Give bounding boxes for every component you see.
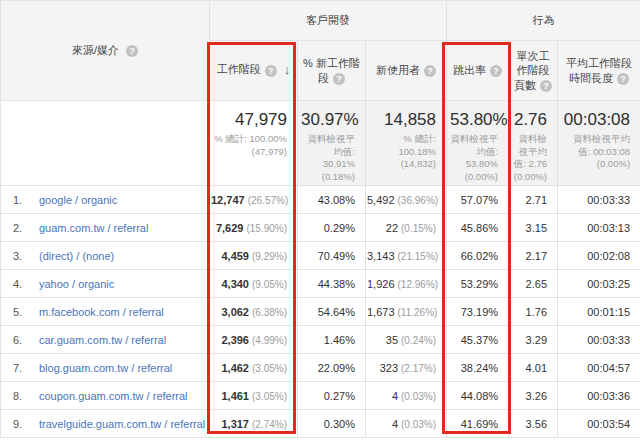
summary-sessions: 47,979 % 總計: 100.00% (47,979) [210, 101, 298, 186]
pages-per-session-cell: 2.65 [509, 270, 558, 298]
bounce-rate-cell: 44.08% [447, 382, 509, 410]
new-users-label: 新使用者 [376, 64, 420, 76]
source-medium-link[interactable]: google / organic [39, 194, 117, 206]
pages-per-session-cell: 3.29 [509, 326, 558, 354]
new-users-value: 3,143 [367, 250, 395, 262]
new-users-cell: 3,143(21.15%) [366, 242, 447, 270]
sort-descending-icon[interactable]: ↓ [284, 62, 291, 77]
bounce-rate-cell: 73.19% [447, 298, 509, 326]
row-number: 3. [13, 250, 39, 262]
summary-sessions-note: % 總計: 100.00% (47,979) [213, 133, 287, 158]
column-header-avg-duration[interactable]: 平均工作階段時間長度? [558, 41, 640, 101]
source-cell: 9.travelguide.guam.com.tw / referral [1, 410, 210, 438]
source-cell: 7.blog.guam.com.tw / referral [1, 354, 210, 382]
source-cell: 4.yahoo / organic [1, 270, 210, 298]
group-header-row: 來源/媒介 ? 客戶開發 行為 [1, 1, 640, 41]
table-row: 8.coupon.guam.com.tw / referral 1,461(3.… [1, 382, 640, 410]
source-medium-link[interactable]: yahoo / organic [39, 278, 114, 290]
row-number: 5. [13, 306, 39, 318]
table-row: 1.google / organic 12,747(26.57%) 43.08%… [1, 186, 640, 214]
source-cell: 6.car.guam.com.tw / referral [1, 326, 210, 354]
avg-duration-cell: 00:03:33 [558, 186, 640, 214]
pages-per-session-cell: 3.56 [509, 410, 558, 438]
column-header-bounce-rate[interactable]: 跳出率? [447, 41, 509, 101]
source-medium-link[interactable]: (direct) / (none) [39, 250, 114, 262]
new-users-cell: 4(0.03%) [366, 410, 447, 438]
new-sessions-pct-label: % 新工作階段 [303, 57, 360, 83]
new-users-percent: (21.15%) [398, 251, 439, 262]
new-users-percent: (0.15%) [401, 223, 436, 234]
sessions-percent: (9.05%) [252, 279, 287, 290]
row-number: 7. [13, 362, 39, 374]
sessions-value: 3,062 [221, 306, 249, 318]
table-row: 5.m.facebook.com / referral 3,062(6.38%)… [1, 298, 640, 326]
sessions-percent: (9.29%) [252, 251, 287, 262]
column-header-pages-per-session[interactable]: 單次工作階段頁數? [509, 41, 558, 101]
sessions-cell: 7,629(15.90%) [210, 214, 298, 242]
summary-avg-duration: 00:03:08 資料檢視平均值: 00:03:08 (0.00%) [558, 101, 640, 186]
source-medium-link[interactable]: coupon.guam.com.tw / referral [39, 390, 188, 402]
help-icon[interactable]: ? [490, 65, 502, 77]
bounce-rate-label: 跳出率 [453, 64, 486, 76]
help-icon[interactable]: ? [333, 73, 345, 85]
sessions-percent: (3.05%) [252, 391, 287, 402]
pages-per-session-cell: 2.17 [509, 242, 558, 270]
source-cell: 8.coupon.guam.com.tw / referral [1, 382, 210, 410]
summary-new-sessions-pct: 30.97% 資料檢視平均值: 30.91% (0.18%) [298, 101, 366, 186]
new-users-value: 5,492 [367, 194, 395, 206]
help-icon[interactable]: ? [540, 80, 552, 92]
source-medium-link[interactable]: guam.com.tw / referral [39, 222, 148, 234]
pages-per-session-cell: 3.15 [509, 214, 558, 242]
group-header-behavior: 行為 [447, 1, 640, 41]
new-users-value: 35 [386, 334, 398, 346]
sessions-value: 4,340 [221, 278, 249, 290]
sessions-value: 1,462 [221, 362, 249, 374]
help-icon[interactable]: ? [617, 73, 629, 85]
new-users-cell: 35(0.24%) [366, 326, 447, 354]
bounce-rate-cell: 57.07% [447, 186, 509, 214]
new-sessions-pct-cell: 54.64% [298, 298, 366, 326]
sessions-value: 1,461 [221, 390, 249, 402]
new-users-value: 1,926 [367, 278, 395, 290]
help-icon[interactable]: ? [424, 65, 436, 77]
source-medium-link[interactable]: travelguide.guam.com.tw / referral [39, 418, 205, 430]
sessions-cell: 2,396(4.99%) [210, 326, 298, 354]
table-row: 9.travelguide.guam.com.tw / referral 1,3… [1, 410, 640, 438]
new-users-percent: (2.17%) [401, 363, 436, 374]
summary-new-users-note: % 總計: 100.18% (14,832) [369, 133, 436, 171]
help-icon[interactable]: ? [126, 45, 138, 57]
column-header-new-users[interactable]: 新使用者? [366, 41, 447, 101]
new-users-cell: 4(0.03%) [366, 382, 447, 410]
column-header-new-sessions-pct[interactable]: % 新工作階段? [298, 41, 366, 101]
summary-bounce-rate: 53.80% 資料檢視平均值: 53.80% (0.00%) [447, 101, 509, 186]
new-sessions-pct-cell: 43.08% [298, 186, 366, 214]
table-row: 6.car.guam.com.tw / referral 2,396(4.99%… [1, 326, 640, 354]
row-number: 4. [13, 278, 39, 290]
avg-duration-cell: 00:03:54 [558, 410, 640, 438]
source-medium-link[interactable]: blog.guam.com.tw / referral [39, 362, 172, 374]
bounce-rate-cell: 45.37% [447, 326, 509, 354]
source-medium-link[interactable]: m.facebook.com / referral [39, 306, 164, 318]
source-medium-link[interactable]: car.guam.com.tw / referral [39, 334, 166, 346]
sessions-value: 1,317 [221, 418, 249, 430]
summary-new-sessions-value: 30.97% [301, 110, 355, 130]
help-icon[interactable]: ? [265, 65, 277, 77]
column-header-sessions[interactable]: 工作階段?↓ [210, 41, 298, 101]
sessions-value: 4,459 [221, 250, 249, 262]
new-sessions-pct-cell: 44.38% [298, 270, 366, 298]
sessions-cell: 1,317(2.74%) [210, 410, 298, 438]
new-users-value: 1,673 [367, 306, 395, 318]
avg-duration-cell: 00:03:13 [558, 214, 640, 242]
column-header-source-medium[interactable]: 來源/媒介 ? [1, 1, 210, 101]
sessions-cell: 1,462(3.05%) [210, 354, 298, 382]
new-users-percent: (0.03%) [401, 419, 436, 430]
source-medium-label: 來源/媒介 [72, 44, 119, 56]
row-number: 8. [13, 390, 39, 402]
sessions-cell: 3,062(6.38%) [210, 298, 298, 326]
avg-duration-cell: 00:03:33 [558, 326, 640, 354]
source-cell: 1.google / organic [1, 186, 210, 214]
new-users-cell: 22(0.15%) [366, 214, 447, 242]
bounce-rate-cell: 38.24% [447, 354, 509, 382]
table-row: 4.yahoo / organic 4,340(9.05%) 44.38% 1,… [1, 270, 640, 298]
row-number: 6. [13, 334, 39, 346]
